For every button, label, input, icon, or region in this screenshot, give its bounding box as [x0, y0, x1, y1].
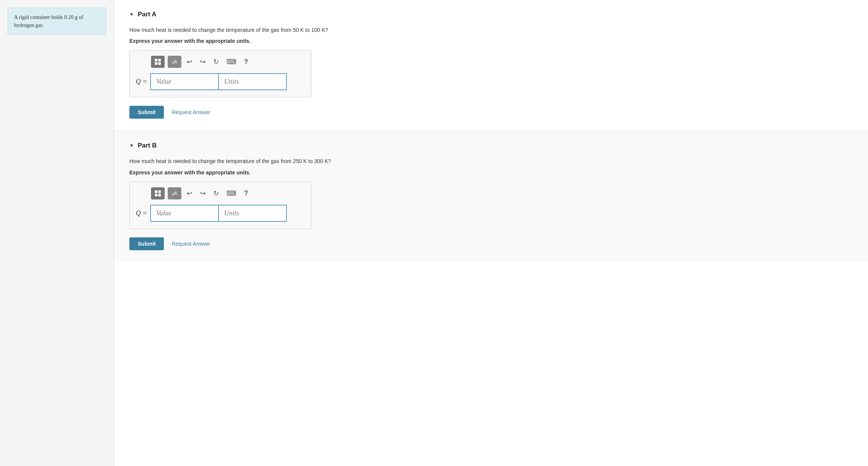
part-a-refresh-button[interactable]: ↻ [211, 56, 221, 67]
part-a-section: ▼ Part A How much heat is needed to chan… [114, 0, 868, 131]
part-a-input-row: Q = [136, 73, 305, 90]
part-b-redo-button[interactable]: ↪ [198, 188, 208, 199]
part-b-undo-button[interactable]: ↩ [184, 188, 195, 199]
keyboard-icon-b: ⌨ [226, 189, 236, 198]
refresh-icon-b: ↻ [213, 189, 219, 198]
part-b-help-button[interactable]: ? [242, 188, 250, 199]
part-b-unit-button[interactable]: μÅ [168, 187, 181, 199]
part-a-answer-box: μÅ ↩ ↪ ↻ ⌨ ? Q = [129, 50, 311, 97]
part-a-question-text: How much heat is needed to change the te… [129, 27, 328, 33]
part-a-title: Part A [138, 11, 156, 18]
part-b-submit-button[interactable]: Submit [129, 237, 164, 250]
help-icon: ? [244, 58, 248, 66]
part-b-collapse-arrow[interactable]: ▼ [129, 143, 134, 149]
part-b-units-input[interactable] [219, 205, 287, 222]
part-a-request-answer-link[interactable]: Request Answer [171, 109, 210, 115]
part-b-refresh-button[interactable]: ↻ [211, 188, 221, 199]
part-b-toolbar: μÅ ↩ ↪ ↻ ⌨ ? [136, 187, 305, 199]
part-a-unit-button[interactable]: μÅ [168, 56, 181, 68]
part-b-action-row: Submit Request Answer [129, 237, 853, 250]
help-icon-b: ? [244, 189, 248, 197]
part-b-title: Part B [138, 142, 157, 149]
part-b-grid-button[interactable] [151, 187, 165, 199]
context-text: A rigid container holds 0.20 g of hydrog… [14, 14, 83, 28]
part-a-value-input[interactable] [150, 73, 219, 90]
part-a-units-input[interactable] [219, 73, 287, 90]
part-a-header: ▼ Part A [129, 11, 853, 18]
sidebar: A rigid container holds 0.20 g of hydrog… [0, 0, 114, 466]
undo-icon: ↩ [187, 58, 192, 66]
redo-icon: ↪ [200, 58, 206, 66]
part-a-help-button[interactable]: ? [242, 56, 250, 67]
part-a-grid-button[interactable] [151, 56, 165, 68]
part-a-undo-button[interactable]: ↩ [184, 56, 195, 67]
part-b-question-text: How much heat is needed to change the te… [129, 158, 331, 164]
main-content: ▼ Part A How much heat is needed to chan… [114, 0, 868, 466]
part-a-submit-button[interactable]: Submit [129, 106, 164, 119]
grid-icon [155, 59, 161, 65]
part-b-request-answer-link[interactable]: Request Answer [171, 241, 210, 247]
context-box: A rigid container holds 0.20 g of hydrog… [8, 8, 106, 35]
part-a-question: How much heat is needed to change the te… [129, 26, 853, 34]
part-a-action-row: Submit Request Answer [129, 106, 853, 119]
part-a-keyboard-button[interactable]: ⌨ [224, 56, 239, 67]
part-b-answer-box: μÅ ↩ ↪ ↻ ⌨ ? Q = [129, 182, 311, 229]
part-a-redo-button[interactable]: ↪ [198, 56, 208, 67]
redo-icon-b: ↪ [200, 189, 206, 198]
part-b-header: ▼ Part B [129, 142, 853, 149]
part-b-question: How much heat is needed to change the te… [129, 157, 853, 165]
part-a-toolbar: μÅ ↩ ↪ ↻ ⌨ ? [136, 56, 305, 68]
part-b-keyboard-button[interactable]: ⌨ [224, 188, 239, 199]
undo-icon-b: ↩ [187, 189, 192, 198]
unit-icon-text: μÅ [172, 60, 177, 64]
refresh-icon: ↻ [213, 58, 219, 66]
part-b-section: ▼ Part B How much heat is needed to chan… [114, 131, 868, 262]
unit-icon-text-b: μÅ [172, 191, 177, 196]
keyboard-icon: ⌨ [226, 58, 236, 66]
part-b-input-row: Q = [136, 205, 305, 222]
part-a-collapse-arrow[interactable]: ▼ [129, 12, 134, 17]
part-b-q-label: Q = [136, 209, 147, 217]
grid-icon-b [155, 190, 161, 196]
part-b-value-input[interactable] [150, 205, 219, 222]
part-b-express: Express your answer with the appropriate… [129, 169, 853, 176]
part-a-express: Express your answer with the appropriate… [129, 38, 853, 44]
part-a-q-label: Q = [136, 78, 147, 86]
